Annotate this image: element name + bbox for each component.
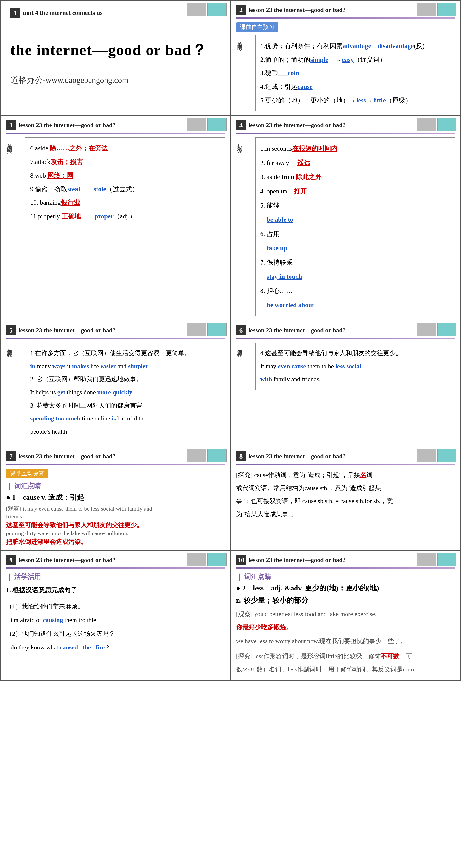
cell4-openup-zh: 打开 <box>294 188 307 195</box>
cell3-steal: steal <box>67 186 80 193</box>
cell5-more: more <box>97 389 111 396</box>
cell3-item10: 10. banking银行业 <box>30 196 220 210</box>
cell5-much: much <box>65 415 80 422</box>
cell10-img2 <box>437 553 456 566</box>
cell3-img1 <box>187 118 206 131</box>
cell6-content: 4.这甚至可能会导致他们与家人和朋友的交往更少。 It may even cau… <box>255 343 455 390</box>
cell3-stole: stole <box>94 186 106 193</box>
cell6-item4-zh: 4.这甚至可能会导致他们与家人和朋友的交往更少。 <box>260 347 450 360</box>
cell7-observe-text2: friends. <box>6 514 225 520</box>
cell5-img1 <box>187 323 206 336</box>
cell2-disadvantage: disadvantage <box>377 42 414 50</box>
cell4-takeup: take up <box>267 245 287 252</box>
cell3-item9: 9.偷盗；窃取steal →stole（过去式） <box>30 182 220 196</box>
cell4-img1 <box>417 118 436 131</box>
cell9-fire: fire <box>96 644 105 651</box>
cell2-item3: 3.硬币___coin <box>260 66 450 80</box>
cell3-banking-zh: 银行业 <box>61 199 80 206</box>
cell5-side-label: 句型在线 <box>6 345 13 349</box>
cell10-content: [观察] you'd better eat less food and take… <box>236 608 455 676</box>
cell5-item2-zh: 2. 它（互联网）帮助我们更迅速地做事。 <box>30 373 220 386</box>
cell9-title: 1. 根据汉语意思完成句子 <box>6 583 225 597</box>
cell5-is: is <box>112 415 116 422</box>
cell6-cause: cause <box>291 363 306 370</box>
cell4-item2: 2. far away 遥远 <box>260 156 450 170</box>
cell7-en-example2: pouring dirty water into the lake will c… <box>6 530 225 537</box>
cell10-explore2: 数/不可数）名词。less作副词时，用于修饰动词。其反义词是more. <box>236 663 455 676</box>
cell6-item4-en2: with family and friends. <box>260 373 450 386</box>
cell7-vocab-title-bar: ｜ 词汇点睛 <box>6 482 41 490</box>
cell5-item2-en: It helps us get things done more quickly <box>30 386 220 399</box>
cell6-img1 <box>417 323 436 336</box>
cell1-img1 <box>187 3 206 16</box>
cell2-content: 1.优势；有利条件；有利因素advantage disadvantage(反) … <box>255 35 455 111</box>
cell-6: 6 lesson 23 the internet—good or bad? 句型… <box>230 321 461 447</box>
cell2-little: little <box>373 97 386 104</box>
cell-10: 10 lesson 23 the internet—good or bad? ｜… <box>230 551 461 681</box>
cell2-header-label: lesson 23 the internet—good or bad? <box>249 6 346 14</box>
cell-7: 7 lesson 23 the internet—good or bad? 课堂… <box>0 447 230 551</box>
cell8-bar <box>236 464 455 465</box>
cell3-item8: 8.web 网络；网 <box>30 169 220 182</box>
cell2-img1 <box>417 3 436 16</box>
cell8-header: 8 lesson 23 the internet—good or bad? <box>236 452 455 461</box>
cell5-spending: spending too <box>30 415 64 422</box>
cell10-observe1: [观察] you'd better eat less food and take… <box>236 608 455 621</box>
cell5-easier: easier <box>100 363 116 370</box>
cell10-less-title: ● 2 less adj. &adv. 更少的(地)；更小的(地) <box>236 583 455 593</box>
cell9-vocab-title-bar: ｜ 活学活用 <box>6 573 41 581</box>
cell6-with: with <box>260 376 272 383</box>
cell7-observe-label: [观察] it may even cause them to be less s… <box>6 505 225 513</box>
cell6-social: social <box>346 363 361 370</box>
cell8-img1 <box>417 449 436 462</box>
cell2-item5: 5.更少的（地）；更小的（地）→less→little（原级） <box>260 94 450 107</box>
cell9-img2 <box>207 553 226 566</box>
cell5-item1-zh: 1.在许多方面，它（互联网）使生活变得更容易、更简单。 <box>30 347 220 360</box>
cell-4: 4 lesson 23 the internet—good or bad? 短语… <box>230 116 461 321</box>
cell6-bar <box>236 338 455 339</box>
cell3-properly-zh: 正确地 <box>62 213 81 220</box>
cell4-stayintouch: stay in touch <box>267 273 302 280</box>
cell4-img2 <box>437 118 456 131</box>
cell7-header: 7 lesson 23 the internet—good or bad? <box>6 452 225 461</box>
cell9-q1-en: i'm afraid of causing them trouble. <box>11 613 225 627</box>
cell9-the: the <box>83 644 91 651</box>
cell4-asidefrom-zh: 除此之外 <box>296 173 321 181</box>
cell6-header-label: lesson 23 the internet—good or bad? <box>249 327 346 334</box>
cell5-item1-en: in many ways it makes life easier and si… <box>30 360 220 373</box>
cell4-item7: 7. 保持联系 stay in touch <box>260 255 450 284</box>
cell2-advantage: advantage <box>343 42 371 50</box>
cell2-item4: 4.造成；引起cause <box>260 80 450 94</box>
cell3-bar <box>6 133 225 134</box>
cell8-header-label: lesson 23 the internet—good or bad? <box>249 453 346 460</box>
cell4-item1: 1.in seconds在很短的时间内 <box>260 142 450 156</box>
cell1-img2 <box>207 3 226 16</box>
cell8-img2 <box>437 449 456 462</box>
cell-1: 1 unit 4 the internet connects us the in… <box>0 0 230 116</box>
cell5-ways: ways <box>52 363 65 370</box>
cell3-img2 <box>207 118 226 131</box>
cell5-makes: makes <box>72 363 89 370</box>
cell6-header: 6 lesson 23 the internet—good or bad? <box>236 326 455 336</box>
cell2-simple: simple <box>310 56 328 63</box>
cell3-proper: proper <box>95 213 114 220</box>
cell2-less: less <box>356 97 366 104</box>
cell9-q2-zh: （2）他们知道什么引起的这场火灾吗？ <box>6 627 225 641</box>
cell4-header: 4 lesson 23 the internet—good or bad? <box>236 120 455 130</box>
cell5-simpler: simpler <box>128 363 148 370</box>
cell6-side-label: 句型在线 <box>236 345 243 349</box>
cell9-causing: causing <box>43 617 63 623</box>
cell10-vocab-title-bar: ｜ 词汇点睛 <box>236 573 271 581</box>
cell6-item4-en1: It may even cause them to be less social <box>260 360 450 373</box>
cell5-img2 <box>207 323 226 336</box>
cell10-explore: [探究] less作形容词时，是形容词little的比较级，修饰不可数（可 <box>236 650 455 663</box>
cell5-content: 1.在许多方面，它（互联网）使生活变得更容易、更简单。 in many ways… <box>25 343 225 442</box>
cell9-bar <box>6 567 225 569</box>
cell5-header-label: lesson 23 the internet—good or bad? <box>19 327 116 334</box>
cell-5: 5 lesson 23 the internet—good or bad? 句型… <box>0 321 230 447</box>
cell9-q1-zh: （1）我怕给他们带来麻烦。 <box>6 599 225 613</box>
cell4-inseconds-zh: 在很短的时间内 <box>292 145 337 152</box>
cell5-header: 5 lesson 23 the internet—good or bad? <box>6 326 225 336</box>
cell9-img1 <box>187 553 206 566</box>
website-label: 道格办公-www.daogebangong.com <box>10 75 128 86</box>
